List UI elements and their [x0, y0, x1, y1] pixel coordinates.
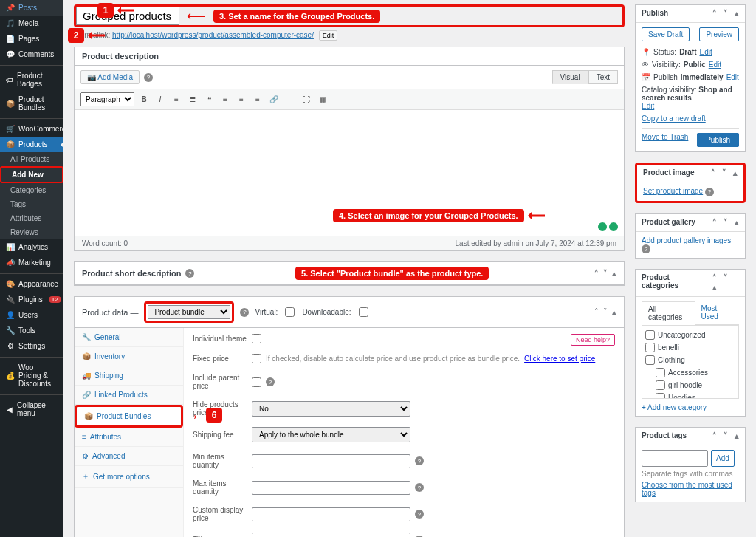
add-gallery-link[interactable]: Add product gallery images	[642, 236, 731, 244]
custom-price-input[interactable]	[252, 507, 410, 521]
cat-tab-most[interactable]: Most Used	[695, 301, 739, 324]
toolbar-toggle-button[interactable]: ▦	[316, 93, 329, 106]
visibility-edit-link[interactable]: Edit	[709, 61, 721, 69]
cat-checkbox[interactable]	[645, 355, 655, 365]
pd-tab-more[interactable]: ＋Get more options	[75, 466, 183, 488]
menu-media[interactable]: 🎵Media	[0, 16, 63, 31]
pd-tab-general[interactable]: 🔧General	[75, 328, 183, 347]
italic-button[interactable]: I	[154, 93, 167, 106]
sub-add-new[interactable]: Add New	[0, 166, 63, 183]
sub-categories[interactable]: Categories	[0, 183, 63, 197]
hide-price-select[interactable]: No	[252, 401, 410, 417]
tab-text[interactable]: Text	[588, 70, 618, 84]
pd-tab-advanced[interactable]: ⚙Advanced	[75, 447, 183, 466]
cat-checkbox[interactable]	[656, 380, 665, 390]
bold-button[interactable]: B	[137, 93, 151, 106]
category-list[interactable]: Uncategorized benelli Clothing Accessori…	[642, 325, 739, 399]
pd-tab-attributes[interactable]: ≡Attributes	[75, 428, 183, 447]
menu-comments[interactable]: 💬Comments	[0, 47, 63, 62]
bundle-title-input[interactable]	[252, 533, 410, 537]
help-icon[interactable]: ?	[415, 456, 424, 465]
more-button[interactable]: —	[284, 93, 297, 106]
copy-draft-link[interactable]: Copy to a new draft	[642, 114, 706, 123]
sub-attributes[interactable]: Attributes	[0, 211, 63, 225]
add-media-button[interactable]: 📷 Add Media	[80, 70, 140, 84]
menu-product-bundles[interactable]: 📦Product Bundles	[0, 92, 63, 115]
editor-body[interactable]: 4. Select an image for your Grouped Prod…	[75, 110, 624, 236]
shipping-fee-select[interactable]: Apply to the whole bundle	[252, 427, 410, 442]
menu-plugins[interactable]: 🔌Plugins12	[0, 292, 63, 307]
max-qty-input[interactable]	[252, 481, 410, 495]
sub-tags[interactable]: Tags	[0, 197, 63, 211]
box-toggle[interactable]: ˄˅▴	[590, 269, 616, 278]
toggle-icon[interactable]: ▴	[712, 283, 717, 292]
tab-visual[interactable]: Visual	[552, 70, 588, 84]
cat-checkbox[interactable]	[656, 368, 665, 377]
menu-woocommerce[interactable]: 🛒WooCommerce	[0, 118, 63, 137]
tag-input[interactable]	[642, 450, 708, 467]
help-icon[interactable]: ?	[185, 269, 194, 278]
toggle-icon[interactable]: ▴	[735, 218, 739, 227]
pd-tab-shipping[interactable]: 🚚Shipping	[75, 366, 183, 386]
ol-button[interactable]: ≣	[186, 93, 199, 106]
need-help-link[interactable]: Need help?	[571, 334, 615, 346]
preview-button[interactable]: Preview	[699, 27, 739, 41]
status-edit-link[interactable]: Edit	[699, 48, 712, 56]
chevron-up-icon[interactable]: ˄	[712, 9, 717, 18]
menu-products[interactable]: 📦Products	[0, 137, 63, 152]
move-trash-link[interactable]: Move to Trash	[642, 133, 688, 141]
chevron-down-icon[interactable]: ˅	[724, 9, 728, 18]
help-icon[interactable]: ?	[642, 244, 650, 253]
menu-pages[interactable]: 📄Pages	[0, 31, 63, 47]
help-icon[interactable]: ?	[415, 510, 424, 519]
fixed-price-checkbox[interactable]	[252, 354, 261, 363]
cat-checkbox[interactable]	[645, 343, 655, 352]
toggle-icon[interactable]: ▴	[735, 9, 739, 18]
toggle-icon[interactable]: ▴	[733, 168, 738, 177]
chevron-down-icon[interactable]: ˅	[724, 273, 728, 282]
menu-marketing[interactable]: 📣Marketing	[0, 255, 63, 270]
menu-analytics[interactable]: 📊Analytics	[0, 239, 63, 255]
chevron-up-icon[interactable]: ˄	[712, 273, 717, 282]
choose-tags-link[interactable]: Choose from the most used tags	[642, 481, 732, 497]
help-icon[interactable]: ?	[705, 188, 714, 196]
cat-tab-all[interactable]: All categories	[642, 301, 695, 325]
include-parent-checkbox[interactable]	[252, 377, 261, 387]
chevron-down-icon[interactable]: ˅	[724, 431, 728, 440]
tag-add-button[interactable]: Add	[711, 450, 735, 467]
help-icon[interactable]: ?	[415, 483, 424, 492]
sub-all-products[interactable]: All Products	[0, 152, 63, 166]
link-button[interactable]: 🔗	[267, 93, 281, 106]
fullscreen-button[interactable]: ⛶	[300, 93, 313, 106]
chevron-down-icon[interactable]: ˅	[724, 218, 728, 227]
toggle-icon[interactable]: ▴	[735, 431, 739, 440]
virtual-checkbox[interactable]	[285, 307, 295, 317]
set-product-image-link[interactable]: Set product image	[643, 187, 703, 195]
menu-users[interactable]: 👤Users	[0, 307, 63, 323]
chevron-up-icon[interactable]: ˄	[712, 218, 717, 227]
align-right-button[interactable]: ≡	[251, 93, 264, 106]
pd-tab-bundles[interactable]: 📦Product Bundles ⟶ 6	[75, 405, 183, 428]
sub-reviews[interactable]: Reviews	[0, 225, 63, 239]
min-qty-input[interactable]	[252, 454, 410, 468]
add-category-link[interactable]: + Add new category	[642, 403, 707, 411]
menu-appearance[interactable]: 🎨Appearance	[0, 273, 63, 292]
help-icon[interactable]: ?	[144, 73, 153, 82]
individual-theme-checkbox[interactable]	[252, 334, 261, 343]
publish-edit-link[interactable]: Edit	[726, 73, 739, 81]
align-left-button[interactable]: ≡	[219, 93, 232, 106]
help-icon[interactable]: ?	[266, 377, 275, 386]
chevron-down-icon[interactable]: ˅	[722, 168, 726, 177]
quote-button[interactable]: ❝	[202, 93, 216, 106]
align-center-button[interactable]: ≡	[235, 93, 248, 106]
cat-checkbox[interactable]	[645, 330, 655, 340]
ul-button[interactable]: ≡	[170, 93, 183, 106]
help-icon[interactable]: ?	[240, 308, 249, 317]
chevron-up-icon[interactable]: ˄	[711, 168, 715, 177]
save-draft-button[interactable]: Save Draft	[642, 27, 690, 41]
catalog-edit-link[interactable]: Edit	[642, 102, 654, 110]
chevron-up-icon[interactable]: ˄	[712, 431, 717, 440]
product-type-select[interactable]: Product bundle	[148, 305, 230, 319]
permalink-url[interactable]: http://localhost/wordpress/product/assem…	[112, 31, 314, 39]
menu-woo-pricing[interactable]: 💰Woo Pricing & Discounts	[0, 357, 63, 391]
